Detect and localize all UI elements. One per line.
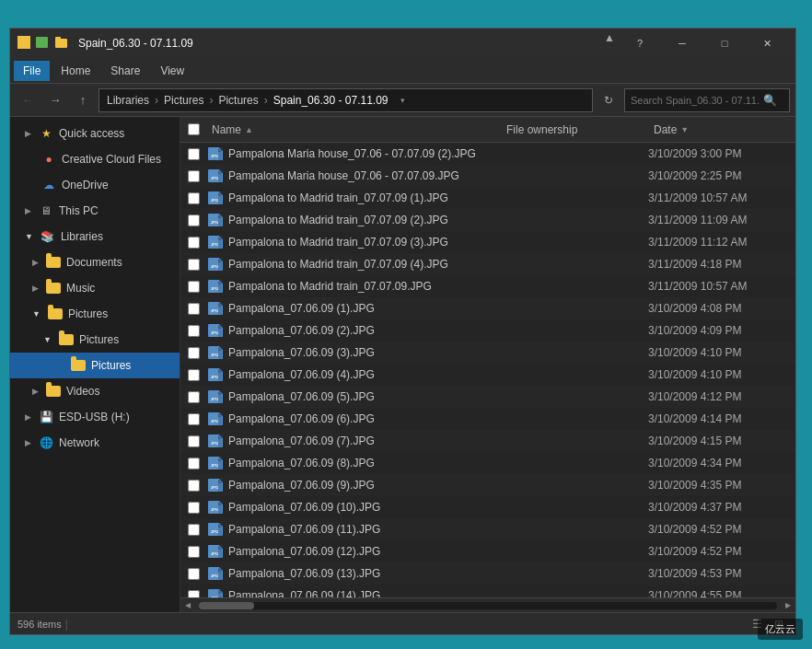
hscroll-right-btn[interactable]: ▶ bbox=[781, 598, 795, 613]
file-check-19[interactable] bbox=[180, 568, 206, 580]
file-checkbox-3[interactable] bbox=[188, 214, 200, 226]
close-button[interactable]: ✕ bbox=[746, 29, 788, 58]
file-checkbox-0[interactable] bbox=[188, 148, 200, 160]
forward-button[interactable]: → bbox=[43, 88, 67, 112]
file-row[interactable]: JPG Pampalona_07.06.09 (5).JPG 3/10/2009… bbox=[180, 386, 795, 408]
file-checkbox-2[interactable] bbox=[188, 192, 200, 204]
file-row[interactable]: JPG Pampalona to Madrid train_07.07.09.J… bbox=[180, 275, 795, 297]
file-row[interactable]: JPG Pampalona_07.06.09 (1).JPG 3/10/2009… bbox=[180, 297, 795, 319]
file-check-12[interactable] bbox=[180, 413, 206, 425]
file-row[interactable]: JPG Pampalona_07.06.09 (4).JPG 3/10/2009… bbox=[180, 364, 795, 386]
file-checkbox-13[interactable] bbox=[188, 435, 200, 447]
path-spain[interactable]: Spain_06.30 - 07.11.09 bbox=[273, 94, 389, 107]
file-check-2[interactable] bbox=[180, 192, 206, 204]
file-checkbox-19[interactable] bbox=[188, 568, 200, 580]
file-row[interactable]: JPG Pampalona_07.06.09 (12).JPG 3/10/200… bbox=[180, 540, 795, 562]
file-check-11[interactable] bbox=[180, 391, 206, 403]
file-checkbox-1[interactable] bbox=[188, 170, 200, 182]
file-checkbox-8[interactable] bbox=[188, 325, 200, 337]
file-row[interactable]: JPG Pampalona_07.06.09 (3).JPG 3/10/2009… bbox=[180, 342, 795, 364]
col-header-name[interactable]: Name ▲ bbox=[206, 117, 501, 143]
sidebar-item-documents[interactable]: ▶ Documents bbox=[10, 249, 180, 275]
file-check-0[interactable] bbox=[180, 148, 206, 160]
file-row[interactable]: JPG Pampalona_07.06.09 (8).JPG 3/10/2009… bbox=[180, 452, 795, 474]
file-checkbox-18[interactable] bbox=[188, 546, 200, 558]
file-check-6[interactable] bbox=[180, 281, 206, 293]
help-button[interactable]: ? bbox=[619, 29, 661, 58]
file-checkbox-14[interactable] bbox=[188, 458, 200, 469]
sidebar-item-creative-cloud[interactable]: ● Creative Cloud Files bbox=[10, 146, 180, 172]
file-row[interactable]: JPG Pampalona_07.06.09 (13).JPG 3/10/200… bbox=[180, 562, 795, 585]
file-row[interactable]: JPG Pampalona_07.06.09 (2).JPG 3/10/2009… bbox=[180, 319, 795, 342]
file-checkbox-6[interactable] bbox=[188, 281, 200, 293]
menu-tab-file[interactable]: File bbox=[14, 61, 50, 81]
sidebar-item-pictures-sub[interactable]: ▼ Pictures bbox=[10, 327, 180, 353]
file-row[interactable]: JPG Pampalona_07.06.09 (11).JPG 3/10/200… bbox=[180, 518, 795, 540]
minimize-button[interactable]: ─ bbox=[661, 29, 703, 58]
select-all-check[interactable] bbox=[180, 123, 206, 135]
file-checkbox-5[interactable] bbox=[188, 259, 200, 271]
sidebar-item-onedrive[interactable]: ☁ OneDrive bbox=[10, 172, 180, 198]
ribbon-toggle-btn[interactable]: ▲ bbox=[600, 29, 619, 47]
refresh-button[interactable]: ↻ bbox=[597, 88, 621, 112]
menu-tab-view[interactable]: View bbox=[151, 61, 193, 81]
file-check-16[interactable] bbox=[180, 502, 206, 514]
sidebar-item-esd-usb[interactable]: ▶ 💾 ESD-USB (H:) bbox=[10, 404, 180, 430]
file-check-8[interactable] bbox=[180, 325, 206, 337]
path-libraries[interactable]: Libraries bbox=[107, 94, 149, 107]
path-pictures-2[interactable]: Pictures bbox=[218, 94, 258, 107]
file-checkbox-9[interactable] bbox=[188, 347, 200, 359]
file-check-9[interactable] bbox=[180, 347, 206, 359]
file-check-4[interactable] bbox=[180, 237, 206, 249]
up-button[interactable]: ↑ bbox=[71, 88, 95, 112]
hscroll-track[interactable] bbox=[199, 602, 777, 609]
menu-tab-share[interactable]: Share bbox=[101, 61, 149, 81]
path-pictures-1[interactable]: Pictures bbox=[164, 94, 203, 107]
search-input[interactable] bbox=[631, 95, 760, 106]
file-check-18[interactable] bbox=[180, 546, 206, 558]
sidebar-item-network[interactable]: ▶ 🌐 Network bbox=[10, 430, 180, 456]
back-button[interactable]: ← bbox=[16, 88, 40, 112]
file-check-7[interactable] bbox=[180, 303, 206, 315]
sidebar-item-pictures[interactable]: ▼ Pictures bbox=[10, 301, 180, 327]
file-checkbox-4[interactable] bbox=[188, 237, 200, 249]
path-dropdown[interactable]: ▾ bbox=[396, 91, 411, 110]
file-row[interactable]: JPG Pampalona_07.06.09 (7).JPG 3/10/2009… bbox=[180, 430, 795, 452]
file-row[interactable]: JPG Pampalona to Madrid train_07.07.09 (… bbox=[180, 253, 795, 275]
menu-tab-home[interactable]: Home bbox=[52, 61, 99, 81]
sidebar-item-music[interactable]: ▶ Music bbox=[10, 275, 180, 301]
file-row[interactable]: JPG Pampalona_07.06.09 (9).JPG 3/10/2009… bbox=[180, 474, 795, 496]
file-row[interactable]: JPG Pampalona Maria house_07.06 - 07.07.… bbox=[180, 165, 795, 187]
file-row[interactable]: JPG Pampalona to Madrid train_07.07.09 (… bbox=[180, 187, 795, 209]
file-check-1[interactable] bbox=[180, 170, 206, 182]
file-row[interactable]: JPG Pampalona Maria house_07.06 - 07.07.… bbox=[180, 143, 795, 165]
sidebar-item-videos[interactable]: ▶ Videos bbox=[10, 378, 180, 404]
sidebar-item-libraries[interactable]: ▼ 📚 Libraries bbox=[10, 224, 180, 249]
hscroll-left-btn[interactable]: ◀ bbox=[180, 598, 195, 613]
sidebar-item-pictures-active[interactable]: Pictures bbox=[10, 353, 180, 378]
file-row[interactable]: JPG Pampalona_07.06.09 (6).JPG 3/10/2009… bbox=[180, 408, 795, 430]
file-checkbox-17[interactable] bbox=[188, 524, 200, 536]
file-check-14[interactable] bbox=[180, 458, 206, 469]
hscroll-thumb[interactable] bbox=[199, 602, 254, 609]
file-checkbox-12[interactable] bbox=[188, 413, 200, 425]
file-check-15[interactable] bbox=[180, 480, 206, 492]
address-path[interactable]: Libraries › Pictures › Pictures › Spain_… bbox=[99, 88, 593, 112]
file-row[interactable]: JPG Pampalona to Madrid train_07.07.09 (… bbox=[180, 231, 795, 253]
search-icon[interactable]: 🔍 bbox=[763, 94, 777, 107]
file-check-13[interactable] bbox=[180, 435, 206, 447]
horizontal-scrollbar[interactable]: ◀ ▶ bbox=[180, 597, 795, 612]
maximize-button[interactable]: □ bbox=[703, 29, 746, 58]
select-all-checkbox[interactable] bbox=[188, 123, 200, 135]
file-checkbox-7[interactable] bbox=[188, 303, 200, 315]
file-check-10[interactable] bbox=[180, 369, 206, 381]
file-checkbox-20[interactable] bbox=[188, 590, 200, 598]
file-checkbox-16[interactable] bbox=[188, 502, 200, 514]
file-check-20[interactable] bbox=[180, 590, 206, 598]
file-check-17[interactable] bbox=[180, 524, 206, 536]
file-checkbox-10[interactable] bbox=[188, 369, 200, 381]
col-header-ownership[interactable]: File ownership bbox=[501, 117, 648, 143]
file-checkbox-15[interactable] bbox=[188, 480, 200, 492]
file-checkbox-11[interactable] bbox=[188, 391, 200, 403]
sidebar-item-this-pc[interactable]: ▶ 🖥 This PC bbox=[10, 198, 180, 224]
